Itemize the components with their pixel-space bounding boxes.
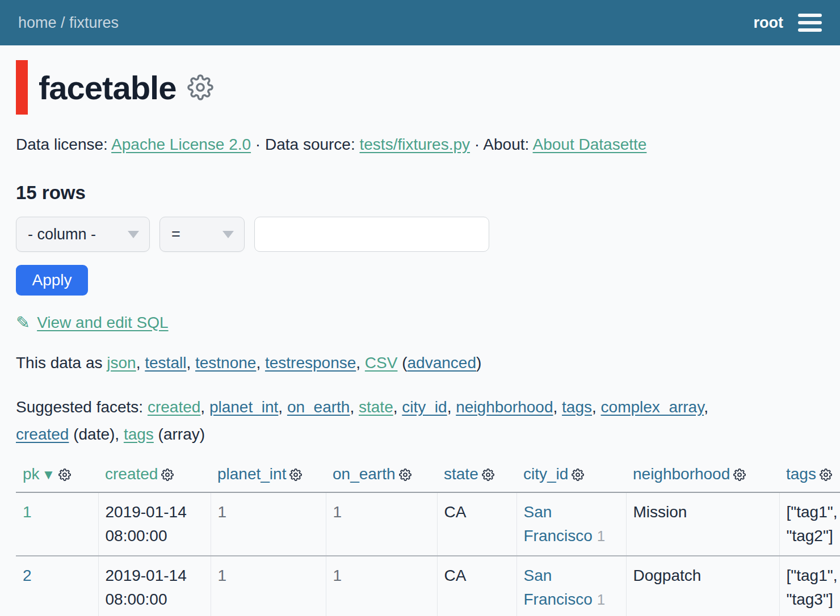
column-header-state-link[interactable]: state (444, 465, 478, 483)
suggested-facets-line: Suggested facets: created, planet_int, o… (16, 394, 824, 448)
title-accent-bar (16, 60, 28, 115)
topbar-right: root (754, 14, 822, 32)
export-link-testnone[interactable]: testnone (195, 354, 256, 372)
facet-link-on-earth[interactable]: on_earth (287, 398, 350, 416)
filter-operator-select[interactable]: = (159, 217, 245, 252)
city-raw-id: 1 (597, 591, 605, 608)
sort-desc-icon: ▼ (42, 467, 56, 482)
column-gear-icon[interactable] (572, 467, 584, 484)
column-header-on-earth-link[interactable]: on_earth (333, 465, 396, 483)
column-header-created: created (98, 461, 211, 492)
data-table-wrap: pk▼ created planet_int on_earth state (16, 461, 824, 616)
cell-pk: 1 (16, 492, 98, 556)
export-link-advanced[interactable]: advanced (408, 354, 476, 372)
source-link[interactable]: tests/fixtures.py (360, 136, 471, 153)
export-link-testall[interactable]: testall (145, 354, 186, 372)
meta-separator-2: · (470, 136, 483, 153)
breadcrumb-home-link[interactable]: home (18, 14, 57, 31)
meta-separator-1: · (251, 136, 265, 153)
column-gear-icon[interactable] (482, 467, 494, 484)
facets-prefix: Suggested facets: (16, 398, 148, 416)
select-dropdown-arrow-icon (128, 231, 139, 238)
city-fk-link[interactable]: San Francisco (524, 567, 593, 608)
cell-planet-int: 1 (211, 556, 326, 616)
column-gear-icon[interactable] (399, 467, 411, 484)
about-label: About: (483, 136, 532, 153)
export-link-csv[interactable]: CSV (365, 354, 398, 372)
column-header-planet-int: planet_int (211, 461, 326, 492)
cell-state: CA (437, 556, 516, 616)
breadcrumb-database-link[interactable]: fixtures (69, 14, 119, 31)
page-title: facetable (39, 69, 176, 107)
cell-planet-int: 1 (211, 492, 326, 556)
cell-created: 2019-01-14 08:00:00 (98, 492, 211, 556)
select-dropdown-arrow-icon (222, 231, 234, 238)
row-pk-link[interactable]: 1 (23, 503, 32, 521)
title-row: facetable (16, 60, 824, 115)
license-link[interactable]: Apache License 2.0 (111, 136, 251, 153)
about-link[interactable]: About Datasette (533, 136, 647, 153)
cell-pk: 2 (16, 556, 98, 616)
cell-neighborhood: Mission (626, 492, 779, 556)
filter-column-select[interactable]: - column - (16, 217, 150, 252)
cell-city-id: San Francisco 1 (516, 556, 626, 616)
table-row: 2 2019-01-14 08:00:00 1 1 CA San Francis… (16, 556, 840, 616)
pencil-icon: ✎ (16, 313, 30, 332)
export-prefix: This data as (16, 354, 107, 372)
logged-in-user[interactable]: root (754, 14, 783, 32)
column-header-on-earth: on_earth (326, 461, 437, 492)
column-header-pk: pk▼ (16, 461, 98, 492)
cell-tags: ["tag1", "tag3"] (779, 556, 840, 616)
column-header-tags: tags (779, 461, 840, 492)
cell-city-id: San Francisco 1 (516, 492, 626, 556)
column-header-created-link[interactable]: created (105, 465, 158, 483)
filter-row: - column - = (16, 217, 824, 252)
facet-link-created[interactable]: created (148, 398, 200, 416)
facet-link-complex-array[interactable]: complex_array (601, 398, 704, 416)
source-label: Data source: (265, 136, 360, 153)
cell-neighborhood: Dogpatch (626, 556, 779, 616)
column-header-neighborhood: neighborhood (626, 461, 779, 492)
apply-button[interactable]: Apply (16, 265, 88, 296)
view-edit-sql-link[interactable]: View and edit SQL (37, 314, 168, 332)
main-content: facetable Data license: Apache License 2… (0, 60, 840, 616)
facet-link-neighborhood[interactable]: neighborhood (456, 398, 553, 416)
hamburger-menu-icon[interactable] (798, 14, 822, 32)
cell-on-earth: 1 (326, 492, 437, 556)
cell-created: 2019-01-14 08:00:00 (98, 556, 211, 616)
column-header-neighborhood-link[interactable]: neighborhood (633, 465, 730, 483)
cell-state: CA (437, 492, 516, 556)
facet-link-city-id[interactable]: city_id (402, 398, 447, 416)
breadcrumb-separator: / (57, 14, 70, 31)
filter-value-input[interactable] (254, 217, 489, 252)
row-pk-link[interactable]: 2 (23, 567, 32, 584)
column-gear-icon[interactable] (161, 467, 174, 484)
top-nav-bar: home / fixtures root (0, 0, 840, 45)
column-header-city-id: city_id (516, 461, 626, 492)
column-gear-icon[interactable] (733, 467, 746, 484)
sql-line: ✎ View and edit SQL (16, 313, 824, 332)
table-settings-gear-icon[interactable] (187, 74, 213, 100)
facet-link-planet-int[interactable]: planet_int (209, 398, 278, 416)
column-header-planet-int-link[interactable]: planet_int (217, 465, 286, 483)
export-links-line: This data as json, testall, testnone, te… (16, 354, 824, 372)
export-link-testresponse[interactable]: testresponse (265, 354, 356, 372)
facet-link-created-date[interactable]: created (16, 425, 69, 443)
city-fk-link[interactable]: San Francisco (524, 503, 593, 545)
filter-operator-value: = (171, 226, 180, 243)
table-row: 1 2019-01-14 08:00:00 1 1 CA San Francis… (16, 492, 840, 556)
rows-table: pk▼ created planet_int on_earth state (16, 461, 840, 616)
column-gear-icon[interactable] (289, 467, 302, 484)
column-gear-icon[interactable] (820, 467, 832, 484)
facet-link-state[interactable]: state (359, 398, 393, 416)
column-header-city-id-link[interactable]: city_id (523, 465, 568, 483)
column-gear-icon[interactable] (58, 467, 71, 484)
facet-link-tags[interactable]: tags (562, 398, 592, 416)
export-link-json[interactable]: json (107, 354, 136, 372)
metadata-line: Data license: Apache License 2.0 · Data … (16, 136, 824, 154)
column-header-pk-link[interactable]: pk (23, 465, 40, 483)
facet-link-tags-array[interactable]: tags (124, 425, 154, 443)
filter-column-value: - column - (28, 226, 96, 243)
column-header-tags-link[interactable]: tags (786, 465, 816, 483)
city-raw-id: 1 (597, 528, 605, 545)
